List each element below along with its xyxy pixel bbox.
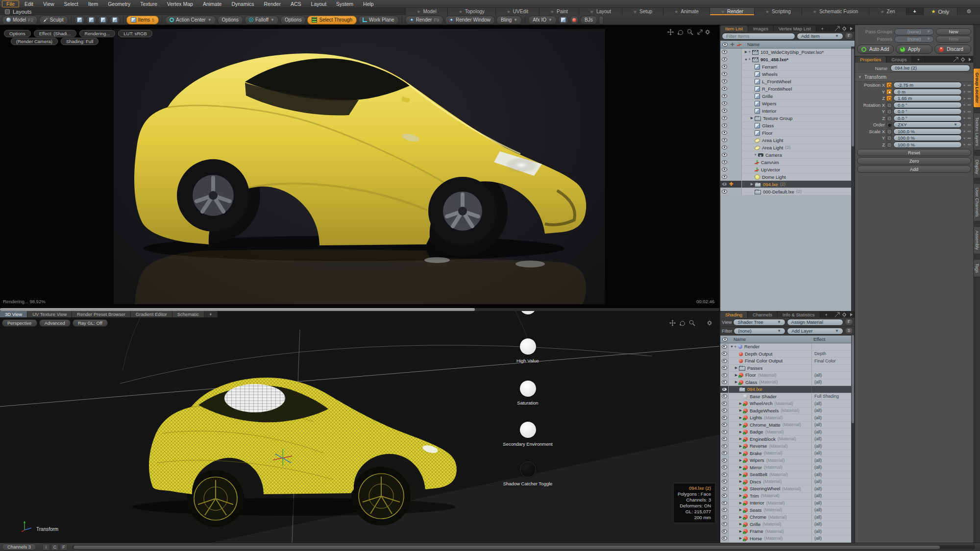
item-row-wipers[interactable]: Wipers — [720, 100, 855, 107]
item-row-interior[interactable]: Interior — [720, 107, 855, 115]
property-field-order[interactable]: ZXY▼ — [893, 121, 962, 128]
menu-item-view[interactable]: View — [39, 0, 59, 7]
expand-arrow-icon[interactable]: ▶ — [738, 529, 743, 533]
pan-icon[interactable] — [669, 320, 676, 326]
workspace-tab-model[interactable]: ★Model — [405, 8, 447, 15]
item-row-094-lxe[interactable]: ✚▶094.lxe(2) — [720, 181, 855, 188]
visibility-eye-icon[interactable] — [722, 175, 727, 179]
expand-arrow-icon[interactable]: ▶ — [734, 380, 738, 384]
shader-row-grille[interactable]: ▶Grille(Material)(all) — [720, 521, 855, 528]
rotate-icon[interactable] — [680, 321, 685, 326]
visibility-eye-icon[interactable] — [722, 416, 727, 420]
visibility-eye-icon[interactable] — [722, 494, 727, 498]
shader-row-steeringwheel[interactable]: ▶SteeringWheel(Material)(all) — [720, 485, 855, 493]
shader-row-interior[interactable]: ▶Interior(Material)(all) — [720, 500, 855, 507]
status-scrollbar-thumb[interactable] — [74, 546, 940, 549]
panel-menu-icon[interactable] — [969, 58, 971, 61]
expand-arrow-icon[interactable]: ▶ — [738, 522, 743, 526]
viewport-tab-3d-view[interactable]: 3D View — [0, 311, 27, 317]
maximize-icon[interactable] — [954, 57, 958, 62]
visibility-eye-icon[interactable] — [722, 387, 727, 391]
visibility-eye-icon[interactable] — [722, 508, 727, 512]
item-row-upvector[interactable]: UpVector — [720, 166, 855, 173]
side-tab-assembly[interactable]: Assembly — [973, 226, 980, 254]
visibility-eye-icon[interactable] — [722, 536, 727, 540]
visibility-eye-icon[interactable] — [722, 458, 727, 462]
item-row-l-frontwheel[interactable]: L_FrontWheel — [720, 78, 855, 85]
shader-row-passes[interactable]: ▶Passes — [720, 365, 855, 372]
viewport-tab-render-preset-browser[interactable]: Render Preset Browser — [72, 311, 131, 317]
tab-groups[interactable]: Groups — [886, 56, 912, 63]
toolbar-action-center[interactable]: Action Center▼ — [165, 16, 216, 24]
visibility-eye-icon[interactable] — [722, 444, 727, 448]
add-layer-dropdown[interactable]: Add Layer▼ — [787, 328, 843, 335]
toolbar-cube-button[interactable] — [74, 16, 85, 24]
status-mini-c-button[interactable]: C — [51, 544, 59, 551]
menu-item-help[interactable]: Help — [359, 0, 378, 7]
tab-add[interactable]: + — [816, 25, 830, 32]
zero-button[interactable]: Zero — [857, 157, 971, 165]
shader-row-final-color-output[interactable]: Final Color OutputFinal Color — [720, 358, 855, 365]
visibility-eye-icon[interactable] — [722, 345, 727, 349]
toolbar-bling[interactable]: Bling▼ — [496, 16, 522, 24]
item-row-ferrarri[interactable]: Ferrarri — [720, 63, 855, 71]
panel-menu-icon[interactable] — [850, 313, 853, 316]
expand-arrow-icon[interactable]: ▼ — [744, 58, 748, 61]
maximize-icon[interactable] — [835, 26, 839, 31]
env-control-saturation[interactable]: Saturation — [498, 381, 557, 406]
visibility-eye-icon[interactable] — [722, 487, 727, 491]
shader-row-badge[interactable]: ▶Badge(Material)(all) — [720, 429, 855, 436]
mini-arrows[interactable]: ● ◂▸ — [963, 136, 972, 140]
expand-arrow-icon[interactable]: ▶ — [738, 437, 743, 441]
shader-row-engineblock[interactable]: ▶EngineBlock(Material)(all) — [720, 436, 855, 443]
passes-dropdown[interactable]: (none)▼ — [894, 36, 934, 43]
panel-menu-icon[interactable] — [850, 27, 853, 30]
visibility-eye-icon[interactable] — [722, 109, 727, 113]
shader-row-badgewheels[interactable]: ▶BadgeWheels(Material)(all) — [720, 407, 855, 415]
item-row-texture-group[interactable]: ▶Texture Group — [720, 115, 855, 122]
property-field-z[interactable]: 1.65 m — [893, 95, 962, 101]
menu-item-texture[interactable]: Texture — [136, 0, 161, 7]
toolbar-cube-button[interactable] — [558, 16, 568, 24]
shader-row-wipers[interactable]: ▶Wipers(Material)(all) — [720, 457, 855, 464]
env-circle[interactable] — [520, 461, 536, 478]
3d-viewport[interactable]: 3D ViewUV Texture ViewRender Preset Brow… — [0, 311, 719, 543]
viewport-tab-gradient-editor[interactable]: Gradient Editor — [131, 311, 172, 317]
item-row-000-default-lxe[interactable]: 000-Default.lxe(2) — [720, 188, 855, 195]
expand-arrow-icon[interactable]: ▶ — [738, 465, 743, 469]
expand-plus-icon[interactable]: + — [754, 152, 758, 157]
toolbar-work-plane[interactable]: Work Plane — [358, 16, 399, 24]
workspace-tab-layout[interactable]: ★Layout — [579, 8, 622, 15]
mini-arrows[interactable]: ● ◂▸ — [963, 116, 972, 120]
visibility-column-icon[interactable] — [722, 43, 728, 47]
toolbar-options[interactable]: Options — [218, 16, 243, 24]
property-field-y[interactable]: 100.0 % — [893, 135, 962, 141]
expand-plus-icon[interactable]: + — [748, 57, 752, 62]
mini-arrows[interactable]: ● ◂▸ — [963, 103, 972, 107]
expand-arrow-icon[interactable]: ▶ — [738, 487, 743, 491]
workspace-tab-schematic-fusion[interactable]: ★Schematic Fusion — [802, 8, 869, 15]
viewport-tab-schematic[interactable]: Schematic — [172, 311, 204, 317]
mini-arrows[interactable]: ● ◂▸ — [963, 143, 972, 146]
side-tab-texture-layers[interactable]: Texture Layers — [973, 113, 980, 150]
channel-toggle[interactable] — [886, 82, 892, 88]
item-row-camaim[interactable]: CamAim — [720, 159, 855, 166]
visibility-eye-icon[interactable] — [722, 123, 727, 127]
passes-new-button[interactable]: New — [936, 36, 971, 43]
visibility-eye-icon[interactable] — [722, 101, 727, 105]
visibility-eye-icon[interactable] — [722, 465, 727, 469]
visibility-eye-icon[interactable] — [722, 145, 727, 149]
expand-arrow-icon[interactable]: ▶ — [738, 494, 743, 498]
visibility-eye-icon[interactable] — [722, 380, 727, 384]
visibility-eye-icon[interactable] — [722, 402, 727, 406]
status-mini-i-button[interactable]: i — [42, 544, 50, 551]
property-field-rotation-x[interactable]: 0.0 ° — [893, 102, 962, 108]
workspace-tab-paint[interactable]: ★Paint — [539, 8, 579, 15]
item-row-area-light[interactable]: Area Light(2) — [720, 144, 855, 151]
transform-section-header[interactable]: ▼ Transform — [855, 72, 973, 82]
expand-plus-icon[interactable]: + — [748, 49, 752, 54]
item-row-dome-light[interactable]: Dome Light — [720, 173, 855, 181]
shader-row-lights[interactable]: ▶Lights(Material)(all) — [720, 414, 855, 422]
visibility-eye-icon[interactable] — [722, 153, 727, 157]
expand-arrow-icon[interactable]: ▶ — [738, 408, 743, 412]
